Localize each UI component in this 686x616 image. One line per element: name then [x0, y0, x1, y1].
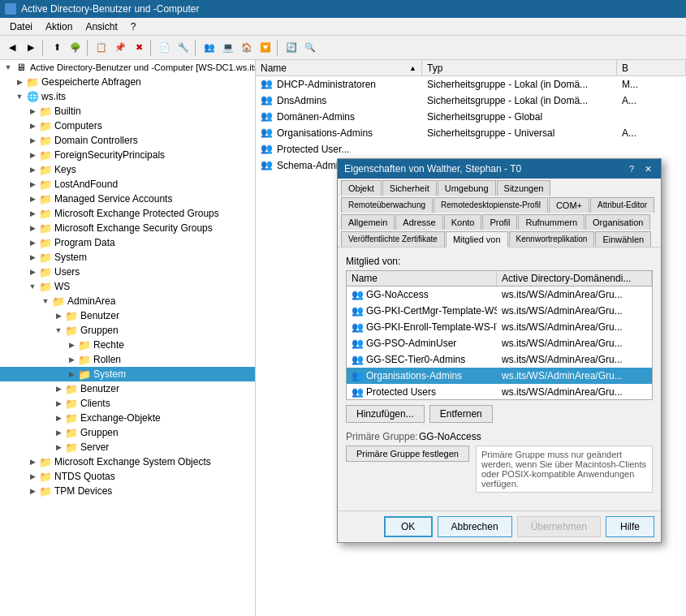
up-button[interactable]: ⬆ — [48, 39, 66, 57]
show-tree-button[interactable]: 🌳 — [67, 39, 84, 57]
tree-root[interactable]: ▼ 🖥 Active Directory-Benutzer und -Compu… — [0, 60, 255, 75]
dialog-close-button[interactable]: ✕ — [641, 162, 654, 175]
ws-expander[interactable]: ▼ — [26, 280, 39, 293]
tree-ws[interactable]: ▼ 📁 WS — [0, 279, 255, 294]
tree-wsits[interactable]: ▼ 🌐 ws.its — [0, 89, 255, 104]
rechte-expander[interactable]: ▶ — [65, 338, 78, 351]
cancel-button[interactable]: Abbrechen — [438, 516, 512, 537]
group-row-pki-enroll[interactable]: 👥 GG-PKI-Enroll-Template-WS-ITS-Ben... w… — [347, 319, 652, 335]
progdata-expander[interactable]: ▶ — [26, 236, 39, 249]
mexso-expander[interactable]: ▶ — [26, 455, 39, 468]
tree-mexpg[interactable]: ▶ 📁 Microsoft Exchange Protected Groups — [0, 206, 255, 221]
group-row-org-admins[interactable]: 👥 Organisations-Admins ws.its/WS/AdminAr… — [347, 368, 652, 384]
apply-button[interactable]: Übernehmen — [517, 516, 601, 537]
tab-profil[interactable]: Profil — [482, 214, 517, 230]
menu-help[interactable]: ? — [124, 19, 143, 34]
tab-sitzungen[interactable]: Sitzungen — [497, 180, 551, 196]
tab-rufnummern[interactable]: Rufnummern — [518, 214, 585, 230]
root-expander[interactable]: ▼ — [2, 61, 15, 74]
list-row-dhcp[interactable]: 👥 DHCP-Administratoren Sicherheitsgruppe… — [256, 76, 686, 93]
delete-button[interactable]: ✖ — [130, 39, 148, 57]
group-button[interactable]: 🏠 — [238, 39, 256, 57]
list-row-org[interactable]: 👥 Organisations-Admins Sicherheitsgruppe… — [256, 125, 686, 141]
tree-system2[interactable]: ▶ 📁 System — [0, 367, 255, 381]
tree-adminarea[interactable]: ▼ 📁 AdminArea — [0, 294, 255, 308]
col-type[interactable]: Typ — [422, 60, 617, 75]
tab-attribut-editor[interactable]: Attribut-Editor — [590, 197, 654, 213]
tree-keys[interactable]: ▶ 📁 Keys — [0, 162, 255, 177]
dc-expander[interactable]: ▶ — [26, 134, 39, 147]
tree-exchange[interactable]: ▶ 📁 Exchange-Objekte — [0, 411, 255, 425]
tab-remote-desktop[interactable]: Remotedesktopienste-Profil — [434, 197, 548, 213]
tree-clients[interactable]: ▶ 📁 Clients — [0, 396, 255, 411]
filter-button[interactable]: 🔽 — [257, 39, 274, 57]
tree-ntds[interactable]: ▶ 📁 NTDS Quotas — [0, 469, 255, 484]
tab-konto[interactable]: Konto — [444, 214, 482, 230]
forward-button[interactable]: ▶ — [22, 39, 40, 57]
clients-expander[interactable]: ▶ — [52, 397, 65, 410]
tree-msa[interactable]: ▶ 📁 Managed Service Accounts — [0, 192, 255, 206]
msa-expander[interactable]: ▶ — [26, 192, 39, 205]
menu-ansicht[interactable]: Ansicht — [79, 19, 123, 34]
tree-mexsg[interactable]: ▶ 📁 Microsoft Exchange Security Groups — [0, 221, 255, 235]
fsp-expander[interactable]: ▶ — [26, 149, 39, 162]
copy-button[interactable]: 📋 — [93, 39, 110, 57]
tree-computers[interactable]: ▶ 📁 Computers — [0, 118, 255, 133]
server-expander[interactable]: ▶ — [52, 441, 65, 454]
benutzer3-expander[interactable]: ▶ — [52, 382, 65, 395]
tpm-expander[interactable]: ▶ — [26, 485, 39, 498]
mexpg-expander[interactable]: ▶ — [26, 207, 39, 220]
tree-rollen[interactable]: ▶ 📁 Rollen — [0, 352, 255, 367]
dialog-help-button[interactable]: ? — [625, 162, 638, 175]
tree-saved[interactable]: ▶ 📁 Gespeicherte Abfragen — [0, 75, 255, 89]
tab-organisation[interactable]: Organisation — [585, 214, 650, 230]
tree-gruppen2[interactable]: ▶ 📁 Gruppen — [0, 425, 255, 440]
col-name[interactable]: Name ▲ — [256, 60, 422, 75]
tree-rechte[interactable]: ▶ 📁 Rechte — [0, 338, 255, 352]
computers-expander[interactable]: ▶ — [26, 119, 39, 132]
tab-zertifikate[interactable]: Veröffentlichte Zertifikate — [341, 231, 445, 247]
rollen-expander[interactable]: ▶ — [65, 353, 78, 366]
new-button[interactable]: 📄 — [156, 39, 174, 57]
gruppen-expander[interactable]: ▼ — [52, 324, 65, 337]
group-row-pso[interactable]: 👥 GG-PSO-AdminUser ws.its/WS/AdminArea/G… — [347, 335, 652, 351]
tree-dc[interactable]: ▶ 📁 Domain Controllers — [0, 133, 255, 148]
tab-einwaehlen[interactable]: Einwählen — [595, 231, 651, 247]
group-row-protected-users[interactable]: 👥 Protected Users ws.its/WS/AdminArea/Gr… — [347, 384, 652, 400]
tab-objekt[interactable]: Objekt — [341, 180, 382, 196]
paste-button[interactable]: 📌 — [111, 39, 129, 57]
tab-sicherheit[interactable]: Sicherheit — [382, 180, 437, 196]
group-row-pki-certmgr[interactable]: 👥 GG-PKI-CertMgr-Template-WS-ITS-B... ws… — [347, 303, 652, 319]
tree-server[interactable]: ▶ 📁 Server — [0, 440, 255, 454]
benutzer2-expander[interactable]: ▶ — [52, 309, 65, 322]
tab-mitglied-von[interactable]: Mitglied von — [446, 231, 508, 248]
properties-button[interactable]: 🔧 — [175, 39, 192, 57]
system2-expander[interactable]: ▶ — [65, 368, 78, 381]
remove-button[interactable]: Entfernen — [429, 405, 493, 423]
wsits-expander[interactable]: ▼ — [13, 90, 26, 103]
tree-users[interactable]: ▶ 📁 Users — [0, 265, 255, 279]
add-button[interactable]: Hinzufügen... — [346, 405, 425, 423]
tree-gruppen[interactable]: ▼ 📁 Gruppen — [0, 323, 255, 338]
tab-remote-ueberwachung[interactable]: Remoteüberwachung — [341, 197, 433, 213]
tab-allgemein[interactable]: Allgemein — [341, 214, 395, 230]
mexsg-expander[interactable]: ▶ — [26, 222, 39, 235]
menu-aktion[interactable]: Aktion — [39, 19, 79, 34]
users-button[interactable]: 👥 — [201, 39, 218, 57]
group-row-noaccess[interactable]: 👥 GG-NoAccess ws.its/WS/AdminArea/Gru... — [347, 286, 652, 303]
set-primary-group-button[interactable]: Primäre Gruppe festlegen — [346, 446, 469, 462]
adminarea-expander[interactable]: ▼ — [39, 295, 52, 308]
saved-expander[interactable]: ▶ — [13, 75, 26, 88]
ok-button[interactable]: OK — [384, 516, 433, 537]
tab-com[interactable]: COM+ — [549, 197, 589, 213]
menu-datei[interactable]: Datei — [3, 19, 39, 34]
tab-adresse[interactable]: Adresse — [395, 214, 442, 230]
gruppen2-expander[interactable]: ▶ — [52, 426, 65, 439]
tree-progdata[interactable]: ▶ 📁 Program Data — [0, 235, 255, 250]
exchange-expander[interactable]: ▶ — [52, 411, 65, 424]
tab-umgebung[interactable]: Umgebung — [438, 180, 496, 196]
laf-expander[interactable]: ▶ — [26, 178, 39, 191]
list-row-protected[interactable]: 👥 Protected User... — [256, 141, 686, 157]
tree-benutzer2[interactable]: ▶ 📁 Benutzer — [0, 308, 255, 323]
group-row-sec-tier0[interactable]: 👥 GG-SEC-Tier0-Admins ws.its/WS/AdminAre… — [347, 351, 652, 368]
